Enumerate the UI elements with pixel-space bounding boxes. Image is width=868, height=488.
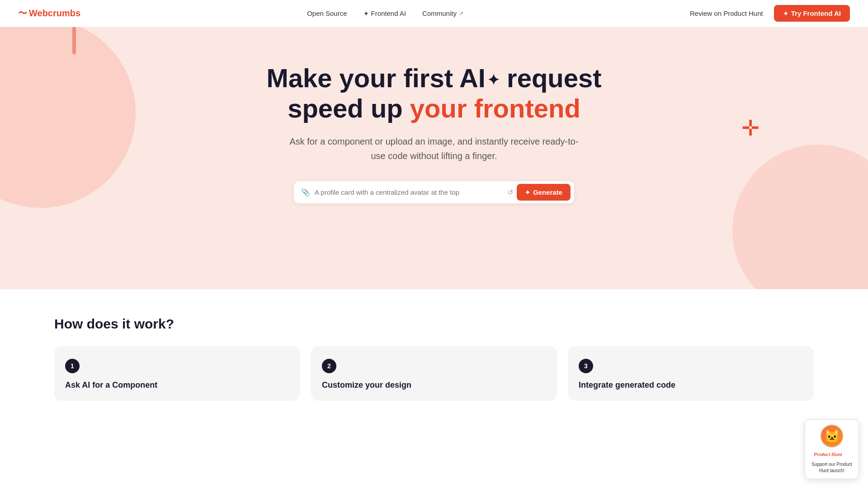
hero-title-highlight: your frontend bbox=[410, 94, 580, 123]
try-frontend-ai-button[interactable]: ✦ Try Frontend AI bbox=[774, 5, 850, 22]
step-label-2: Customize your design bbox=[322, 380, 546, 390]
how-card-1: 1 Ask AI for a Component bbox=[54, 346, 300, 401]
navbar: 〜 Webcrumbs Open Source ✦ Frontend AI Co… bbox=[0, 0, 868, 27]
hero-circle-left bbox=[0, 27, 136, 208]
logo[interactable]: 〜 Webcrumbs bbox=[18, 7, 80, 19]
step-label-1: Ask AI for a Component bbox=[65, 380, 289, 390]
frontend-ai-spark-icon: ✦ bbox=[363, 10, 369, 17]
cta-button-label: Try Frontend AI bbox=[791, 9, 841, 17]
hero-prompt-input[interactable] bbox=[315, 188, 504, 196]
attachment-icon: 📎 bbox=[301, 188, 310, 197]
how-section-title: How does it work? bbox=[54, 316, 814, 332]
hero-search-bar: 📎 ↺ ✦ Generate bbox=[294, 181, 574, 203]
nav-community-label: Community bbox=[422, 9, 457, 17]
nav-link-community[interactable]: Community ↗ bbox=[422, 9, 463, 17]
hero-section: ✛ Make your first AI✦ request speed up y… bbox=[0, 27, 868, 289]
how-card-2: 2 Customize your design bbox=[311, 346, 557, 401]
how-card-3: 3 Integrate generated code bbox=[568, 346, 814, 401]
generate-spark-icon: ✦ bbox=[525, 189, 530, 196]
hero-title: Make your first AI✦ request speed up you… bbox=[266, 63, 601, 123]
hero-circle-right bbox=[732, 145, 868, 289]
hero-ai-spark-icon: ✦ bbox=[487, 72, 500, 88]
hero-title-line1: Make your first AI✦ request bbox=[266, 63, 601, 93]
hero-subtitle: Ask for a component or upload an image, … bbox=[289, 134, 579, 163]
nav-link-frontend-ai[interactable]: ✦ Frontend AI bbox=[363, 9, 406, 17]
review-product-hunt-link[interactable]: Review on Product Hunt bbox=[690, 9, 763, 17]
logo-text: Webcrumbs bbox=[29, 8, 80, 19]
step-number-3: 3 bbox=[579, 359, 593, 373]
generate-button-label: Generate bbox=[533, 188, 562, 196]
how-it-works-section: How does it work? 1 Ask AI for a Compone… bbox=[0, 289, 868, 419]
external-link-icon: ↗ bbox=[459, 10, 463, 17]
nav-frontend-ai-label: Frontend AI bbox=[371, 9, 406, 17]
logo-icon: 〜 bbox=[18, 7, 27, 19]
review-link-text: Review on Product Hunt bbox=[690, 9, 763, 17]
step-label-3: Integrate generated code bbox=[579, 380, 803, 390]
hero-stripe-decoration bbox=[72, 27, 76, 54]
generate-button[interactable]: ✦ Generate bbox=[517, 184, 571, 201]
nav-open-source-label: Open Source bbox=[307, 9, 347, 17]
nav-link-open-source[interactable]: Open Source bbox=[307, 9, 347, 17]
step-number-1: 1 bbox=[65, 359, 80, 373]
nav-right: Review on Product Hunt ✦ Try Frontend AI bbox=[690, 5, 850, 22]
cta-spark-icon: ✦ bbox=[783, 10, 788, 17]
step-number-2: 2 bbox=[322, 359, 336, 373]
how-cards-container: 1 Ask AI for a Component 2 Customize you… bbox=[54, 346, 814, 401]
hero-title-line2: speed up your frontend bbox=[288, 94, 580, 123]
hero-star-decoration: ✛ bbox=[741, 117, 760, 139]
reset-input-button[interactable]: ↺ bbox=[504, 186, 517, 198]
nav-center: Open Source ✦ Frontend AI Community ↗ bbox=[307, 9, 463, 17]
